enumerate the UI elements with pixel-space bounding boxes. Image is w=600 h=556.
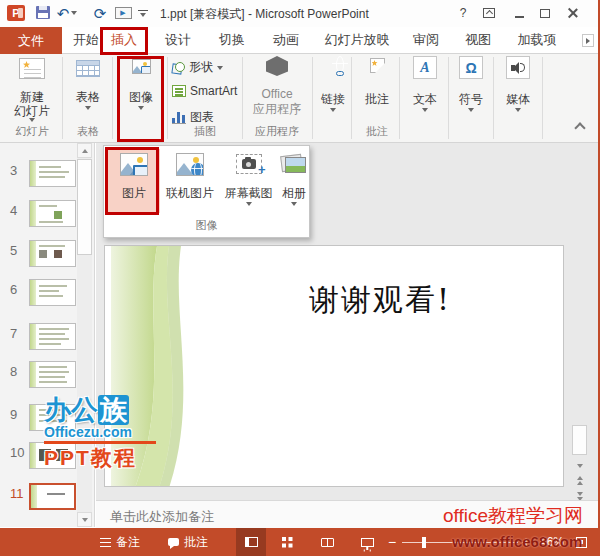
text-button[interactable]: A 文本 [403, 54, 447, 143]
group-separator [167, 57, 168, 139]
slide-mini-preview [29, 483, 76, 510]
minimize-button[interactable] [508, 4, 530, 22]
view-slideshow-button[interactable] [352, 528, 382, 556]
watermark-site-url: www.office68.com [452, 533, 582, 550]
media-label: 媒体 [496, 91, 540, 108]
watermark-brand-domain: Officezu.com [44, 425, 156, 439]
chevron-down-icon [468, 108, 474, 112]
slide-number: 11 [10, 486, 24, 501]
customize-qat-button[interactable] [137, 4, 149, 22]
thumbnails-scrollbar[interactable] [77, 143, 92, 527]
tab-review[interactable]: 审阅 [406, 27, 446, 53]
slideshow-icon [361, 538, 374, 547]
images-button[interactable]: 图像 [120, 54, 162, 143]
redo-icon: ⟳ [94, 6, 107, 21]
watermark-brand-text: 办公族 [44, 397, 156, 424]
zoom-slider-thumb[interactable] [422, 537, 426, 548]
tab-home[interactable]: 开始 [66, 27, 106, 53]
chevron-down-icon [85, 106, 91, 110]
chart-icon [172, 112, 186, 124]
arrow-up-icon [82, 149, 88, 153]
watermark-tutorial-site: office教程学习网 [443, 503, 583, 529]
present-icon: ▶ [115, 7, 132, 19]
tab-scroll-arrow[interactable] [582, 34, 594, 47]
chevron-down-icon [217, 66, 223, 70]
main-scrollbar-thumb[interactable] [572, 425, 587, 455]
slide-thumbnail[interactable]: 5 [0, 240, 78, 270]
slide-thumbnail-current[interactable]: 11 [0, 483, 78, 513]
online-pictures-icon [176, 153, 204, 176]
maximize-button[interactable] [534, 4, 556, 22]
scroll-up-button[interactable] [77, 143, 92, 158]
symbols-button[interactable]: Ω 符号 [450, 54, 492, 143]
notes-toggle-label: 备注 [116, 534, 140, 551]
zoom-out-button[interactable]: − [388, 528, 396, 556]
slide-thumbnail[interactable]: 8 [0, 361, 78, 391]
group-separator [112, 57, 113, 139]
slide-title[interactable]: 谢谢观看! [235, 280, 525, 321]
slide-thumbnail[interactable]: 6 [0, 279, 78, 309]
scroll-down-button[interactable] [572, 459, 587, 472]
picture-menu-item[interactable]: 图片 [108, 149, 160, 213]
arrow-down-icon [82, 518, 88, 522]
images-icon [132, 59, 151, 74]
help-icon: ? [460, 6, 467, 20]
tab-addins[interactable]: 加载项 [510, 27, 564, 53]
ribbon: 新建 幻灯片 幻灯片 表格 表格 图像 形状 [0, 54, 598, 143]
shapes-button[interactable]: 形状 [172, 59, 223, 76]
media-button[interactable]: 媒体 [496, 54, 540, 143]
slide-thumbnail[interactable]: 7 [0, 323, 78, 353]
collapse-ribbon-button[interactable] [576, 124, 584, 132]
slide-thumbnail[interactable]: 3 [0, 160, 78, 190]
shapes-label: 形状 [189, 59, 213, 76]
new-slide-icon [19, 58, 45, 79]
screenshot-label: 屏幕截图 [220, 185, 277, 202]
office-apps-label2: 应用程序 [246, 101, 308, 118]
online-pictures-menu-item[interactable]: 联机图片 [162, 149, 218, 213]
ribbon-tab-bar: 文件 开始 插入 设计 切换 动画 幻灯片放映 审阅 视图 加载项 [0, 27, 598, 54]
chevron-down-icon [291, 202, 297, 206]
slide-thumbnail[interactable]: 4 [0, 200, 78, 230]
undo-button[interactable]: ↶ [57, 4, 77, 22]
view-slide-sorter-button[interactable] [272, 528, 302, 556]
tab-design[interactable]: 设计 [158, 27, 198, 53]
present-from-beginning-button[interactable]: ▶ [113, 4, 133, 22]
watermark-divider [44, 441, 156, 444]
slide-canvas[interactable]: 谢谢观看! [104, 245, 564, 487]
scroll-down-button[interactable] [77, 512, 92, 527]
group-separator [448, 57, 449, 139]
watermark-brand-sub: PPT教程 [44, 447, 156, 468]
redo-button[interactable]: ⟳ [92, 4, 108, 22]
comments-toggle-button[interactable]: 批注 [168, 528, 208, 556]
screenshot-menu-item[interactable]: + 屏幕截图 [220, 149, 277, 213]
close-button[interactable] [562, 4, 584, 22]
arrow-down-icon [577, 492, 583, 496]
help-button[interactable]: ? [452, 4, 474, 22]
chevron-down-icon [71, 11, 77, 15]
links-button[interactable]: 链接 [316, 54, 350, 143]
tab-file[interactable]: 文件 [0, 27, 62, 54]
smartart-button[interactable]: SmartArt [172, 84, 237, 98]
table-icon [76, 60, 100, 77]
tab-insert[interactable]: 插入 [102, 27, 146, 53]
smartart-icon [172, 85, 186, 97]
text-label: 文本 [403, 91, 447, 108]
save-icon[interactable] [36, 6, 50, 19]
tab-transitions[interactable]: 切换 [212, 27, 252, 53]
tab-slideshow[interactable]: 幻灯片放映 [318, 27, 396, 53]
slide-mini-preview [29, 361, 76, 388]
ribbon-display-options-button[interactable] [478, 4, 500, 22]
view-reading-button[interactable] [312, 528, 342, 556]
view-normal-button[interactable] [236, 528, 266, 556]
watermark-officezu: 办公族 Officezu.com PPT教程 [44, 397, 156, 468]
notes-toggle-button[interactable]: 备注 [100, 528, 140, 556]
scrollbar-thumb[interactable] [77, 159, 92, 255]
photo-album-menu-item[interactable]: 相册 [279, 149, 309, 213]
tab-animations[interactable]: 动画 [266, 27, 306, 53]
slide-number: 9 [10, 407, 17, 422]
slide-sorter-icon [282, 537, 287, 542]
tab-view[interactable]: 视图 [458, 27, 498, 53]
chevron-down-icon [246, 202, 252, 206]
smartart-label: SmartArt [190, 84, 237, 98]
previous-slide-button[interactable] [572, 474, 587, 487]
